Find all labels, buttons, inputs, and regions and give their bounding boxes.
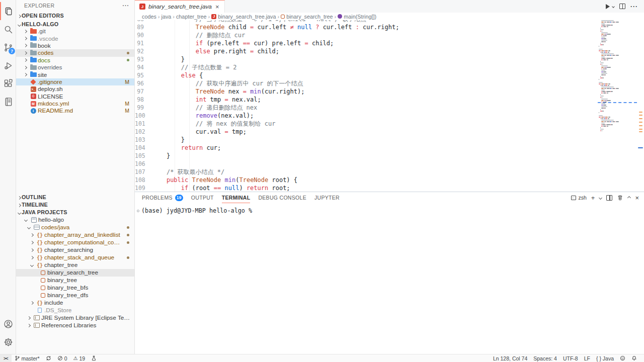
- breadcrumb-label: codes: [142, 14, 156, 20]
- activity-explorer-icon[interactable]: [0, 2, 16, 20]
- java-projects-section[interactable]: JAVA PROJECTS: [16, 209, 134, 216]
- close-icon[interactable]: ×: [215, 4, 220, 10]
- activity-notebook-icon[interactable]: [0, 93, 16, 111]
- split-editor-icon[interactable]: [619, 4, 625, 9]
- breadcrumb-item-chapter_tree[interactable]: chapter_tree: [176, 14, 207, 20]
- file-tree: .git.vscodebookcodesdocsoverridessite.gi…: [16, 28, 134, 115]
- icon-slot: [32, 225, 41, 230]
- terminal-content[interactable]: (base) jyd@JYD-MBP hello-algo %: [135, 203, 644, 354]
- tree-item-.git[interactable]: .git: [16, 28, 134, 35]
- maximize-panel-icon[interactable]: [627, 196, 631, 199]
- editor-actions: ···: [606, 0, 644, 13]
- workspace-label: HELLO-ALGO: [22, 21, 58, 27]
- java-file-icon: J: [211, 14, 216, 19]
- tree-item-LICENSE[interactable]: ©LICENSE: [16, 93, 134, 100]
- split-terminal-icon[interactable]: [606, 195, 612, 201]
- tree-item-codes[interactable]: codes: [16, 49, 134, 56]
- tree-item-label: mkdocs.yml: [38, 100, 123, 107]
- encoding[interactable]: UTF-8: [560, 354, 581, 362]
- panel-tab-label: DEBUG CONSOLE: [258, 195, 306, 201]
- line-content: public TreeNode min(TreeNode root) {: [152, 176, 297, 184]
- tree-item-book[interactable]: book: [16, 42, 134, 49]
- tree-item-hello-algo[interactable]: hello-algo: [16, 216, 134, 224]
- run-dropdown-icon[interactable]: [612, 5, 615, 8]
- activity-source-control-icon[interactable]: 7: [0, 38, 16, 56]
- tree-item-chapter_computational_complexity[interactable]: {}chapter_computational_complexity: [16, 239, 134, 246]
- cursor-position[interactable]: Ln 128, Col 74: [490, 354, 530, 362]
- chevron-slot: [22, 44, 29, 47]
- tree-item-.vscode[interactable]: .vscode: [16, 35, 134, 42]
- panel-tab-terminal[interactable]: TERMINAL: [222, 192, 251, 203]
- notifications[interactable]: [628, 354, 640, 362]
- tree-item-chapter_stack_and_queue[interactable]: {}chapter_stack_and_queue: [16, 254, 134, 261]
- tree-item-docs[interactable]: docs: [16, 57, 134, 64]
- breadcrumb-item-binary_search_tree.java[interactable]: Jbinary_search_tree.java: [211, 14, 276, 20]
- breadcrumb-item-binary_search_tree[interactable]: binary_search_tree: [281, 14, 333, 20]
- tree-item-overrides[interactable]: overrides: [16, 64, 134, 71]
- tree-item-.DS_Store[interactable]: .DS_Store: [16, 307, 134, 314]
- tree-item-binary_tree_dfs[interactable]: binary_tree_dfs: [16, 292, 134, 299]
- feedback[interactable]: [617, 354, 628, 362]
- eol[interactable]: LF: [581, 354, 593, 362]
- remote-indicator[interactable]: ><: [0, 354, 12, 362]
- file-icon-folder: [30, 65, 37, 70]
- tree-item-chapter_array_and_linkedlist[interactable]: {}chapter_array_and_linkedlist: [16, 231, 134, 239]
- activity-search-icon[interactable]: [0, 20, 16, 38]
- indentation[interactable]: Spaces: 4: [530, 354, 560, 362]
- open-editors-section[interactable]: OPEN EDITORS: [16, 11, 134, 20]
- editor-tab-binary-search-tree[interactable]: J binary_search_tree.java ×: [135, 0, 225, 13]
- tree-item-site[interactable]: site: [16, 71, 134, 78]
- sync-status[interactable]: [43, 354, 54, 362]
- error-count[interactable]: 0: [54, 354, 70, 362]
- tree-item-mkdocs.yml[interactable]: Mmkdocs.ymlM: [16, 100, 134, 107]
- tree-item-deploy.sh[interactable]: >_deploy.sh: [16, 85, 134, 93]
- file-icon-class: [41, 286, 45, 290]
- java-file-icon: J: [139, 4, 145, 10]
- java-test-status[interactable]: [88, 354, 100, 362]
- chevron-right-icon: [24, 44, 27, 47]
- launch-profile-button[interactable]: › zsh: [571, 195, 586, 201]
- language-mode[interactable]: { } Java: [593, 354, 617, 362]
- panel-tab-debug-console[interactable]: DEBUG CONSOLE: [258, 192, 306, 203]
- panel-tab-output[interactable]: OUTPUT: [191, 192, 214, 203]
- panel-tab-jupyter[interactable]: JUPYTER: [314, 192, 340, 203]
- activity-settings-icon[interactable]: [0, 333, 16, 351]
- code-editor[interactable]: 88 // 当子结点数量 = 0 / 1 时，child = null / 该子…: [135, 20, 644, 192]
- run-button[interactable]: [606, 4, 610, 9]
- sync-icon: [46, 355, 51, 361]
- tree-item-JRESystemLibraryEclipseTemurin1717....[interactable]: JRE System Library [Eclipse Temurin 17 […: [16, 314, 134, 322]
- tree-item-binary_tree[interactable]: binary_tree: [16, 277, 134, 284]
- tree-item-binary_search_tree[interactable]: binary_search_tree: [16, 269, 134, 277]
- tree-item-include[interactable]: {}include: [16, 299, 134, 307]
- breadcrumb-item-java[interactable]: java: [161, 14, 171, 20]
- timeline-section[interactable]: TIMELINE: [16, 201, 134, 209]
- line-number: 89: [135, 23, 152, 31]
- breadcrumb-item-codes[interactable]: codes: [142, 14, 156, 20]
- tree-item-chapter_tree[interactable]: {}chapter_tree: [16, 261, 134, 269]
- tree-item-codesjava[interactable]: codes/java: [16, 224, 134, 231]
- activity-account-icon[interactable]: [0, 315, 16, 333]
- more-actions-icon[interactable]: ···: [630, 3, 638, 10]
- line-number: 95: [135, 71, 152, 79]
- icon-slot: [29, 80, 38, 84]
- kill-terminal-icon[interactable]: [617, 195, 623, 201]
- breadcrumb-item-mainString[interactable]: main(String[]): [338, 14, 376, 20]
- tree-item-binary_tree_bfs[interactable]: binary_tree_bfs: [16, 284, 134, 292]
- git-branch[interactable]: master*: [12, 354, 43, 362]
- outline-section[interactable]: OUTLINE: [16, 194, 134, 201]
- breadcrumb-label: java: [161, 14, 171, 20]
- terminal-dropdown-icon[interactable]: [599, 196, 602, 199]
- tree-item-chapter_searching[interactable]: {}chapter_searching: [16, 246, 134, 254]
- icon-slot: [29, 65, 38, 70]
- tree-item-.gitignore[interactable]: .gitignoreM: [16, 78, 134, 85]
- panel-tab-problems[interactable]: PROBLEMS19: [142, 192, 183, 203]
- more-actions-icon[interactable]: ···: [123, 3, 130, 9]
- tree-item-ReferencedLibraries[interactable]: Referenced Libraries: [16, 322, 134, 329]
- warning-count[interactable]: ⚠19: [70, 354, 89, 362]
- close-panel-icon[interactable]: ×: [635, 194, 639, 202]
- tree-item-README.md[interactable]: iREADME.mdM: [16, 107, 134, 114]
- new-terminal-button[interactable]: +: [591, 194, 595, 202]
- activity-run-debug-icon[interactable]: [0, 56, 16, 74]
- activity-extensions-icon[interactable]: [0, 74, 16, 93]
- workspace-section[interactable]: HELLO-ALGO: [16, 20, 134, 28]
